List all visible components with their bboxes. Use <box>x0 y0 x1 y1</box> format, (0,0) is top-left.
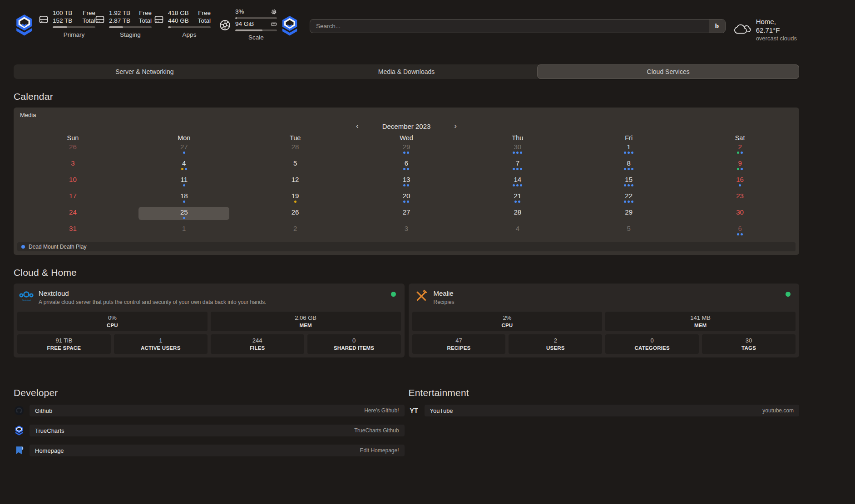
service-name[interactable]: Mealie <box>434 289 455 298</box>
event-dot <box>631 201 633 203</box>
section-title-cloud-home: Cloud & Home <box>14 267 799 278</box>
weekday-fri: Fri <box>573 134 684 142</box>
calendar-day-13: 13 <box>351 174 462 191</box>
bookmark-group-developer: DeveloperGithubHere's Github!TrueChartsT… <box>14 357 405 465</box>
event-dot <box>737 233 739 235</box>
calendar-day-25: 25 <box>128 207 240 223</box>
total-label: Total <box>82 17 95 24</box>
gauge-mem: 141 MBMEM <box>605 312 796 331</box>
search-bar: b <box>310 19 726 33</box>
event-dot <box>516 168 519 170</box>
event-dot <box>183 217 185 219</box>
event-dot <box>21 245 25 249</box>
calendar-day-14: 14 <box>462 174 573 191</box>
weekday-mon: Mon <box>128 134 240 142</box>
calendar-day-30: 30 <box>684 207 796 223</box>
resource-widget-apps: 418 GBFree440 GBTotalApps <box>153 9 211 38</box>
event-dot <box>741 168 743 170</box>
calendar-day-6: 6 <box>351 158 462 174</box>
service-card-nextcloud[interactable]: NextcloudNextcloudA private cloud server… <box>14 284 405 357</box>
calendar-day-2: 2 <box>240 223 351 240</box>
resource-widget-staging: 1.92 TBFree2.87 TBTotalStaging <box>94 9 152 38</box>
tab-bar: Server & NetworkingMedia & DownloadsClou… <box>14 64 799 79</box>
calendar-week: 10111213141516 <box>17 174 796 191</box>
kubernetes-icon <box>219 19 231 31</box>
event-dot <box>407 184 409 186</box>
calendar-day-3: 3 <box>17 158 128 174</box>
prev-month-button[interactable]: ‹ <box>354 122 361 130</box>
weather-location-temp: Home, 62.71°F <box>756 17 799 34</box>
stat-files: 244FILES <box>211 334 304 354</box>
weekday-sun: Sun <box>17 134 128 142</box>
stat-categories: 0CATEGORIES <box>605 334 699 354</box>
header: 3% 94 GiB Scale b Home, 62.71°F overcast <box>14 0 799 51</box>
status-dot <box>391 292 396 297</box>
tab-server-networking[interactable]: Server & Networking <box>14 64 276 79</box>
scale-mem-value: 94 GiB <box>235 20 254 28</box>
event-dot <box>403 184 405 186</box>
event-dot <box>628 201 630 203</box>
scale-widget: 3% 94 GiB Scale <box>219 8 277 41</box>
calendar-day-26: 26 <box>17 142 128 158</box>
usage-bar <box>109 26 152 28</box>
service-description: A private cloud server that puts the con… <box>39 299 267 306</box>
calendar-day-2: 2 <box>684 142 796 158</box>
stat-tags: 30TAGS <box>702 334 796 354</box>
event-dot <box>513 168 515 170</box>
section-title-calendar: Calendar <box>14 91 799 102</box>
event-dot <box>183 184 185 186</box>
service-card-mealie[interactable]: MealieRecipies2%CPU141 MBMEM47RECIPES2US… <box>409 284 800 357</box>
calendar-day-24: 24 <box>17 207 128 223</box>
calendar-widget: Media ‹ December 2023 › SunMonTueWedThuF… <box>14 108 799 255</box>
event-dot <box>407 152 409 154</box>
event-dot <box>624 152 626 154</box>
tab-cloud-services[interactable]: Cloud Services <box>537 64 799 79</box>
bookmark-row-github: GithubHere's Github! <box>14 405 405 416</box>
cloud-home-section: Cloud & Home NextcloudNextcloudA private… <box>14 267 799 357</box>
stat-active-users: 1ACTIVE USERS <box>114 334 208 354</box>
free-value: 418 GB <box>168 9 189 17</box>
abbr-icon: YT <box>409 405 420 416</box>
bookmark-link-homepage[interactable]: HomepageEdit Homepage! <box>30 445 405 456</box>
event-dot <box>294 201 297 203</box>
event-dot <box>516 184 519 186</box>
usage-bar <box>53 26 95 28</box>
service-name[interactable]: Nextcloud <box>39 289 267 298</box>
event-dot <box>628 184 630 186</box>
month-nav: ‹ December 2023 › <box>17 122 796 131</box>
bing-search-button[interactable]: b <box>709 20 725 33</box>
calendar-day-9: 9 <box>684 158 796 174</box>
total-label: Total <box>138 17 152 24</box>
github-icon <box>14 405 25 416</box>
bookmark-link-youtube[interactable]: YouTubeyoutube.com <box>425 405 800 416</box>
scale-cpu-value: 3% <box>235 8 244 15</box>
bookmark-link-truecharts[interactable]: TrueChartsTrueCharts Github <box>30 425 405 436</box>
calendar-day-1: 1 <box>573 142 684 158</box>
bookmark-group-entertainment: EntertainmentYTYouTubeyoutube.com <box>409 357 800 465</box>
bookmarks-grid: DeveloperGithubHere's Github!TrueChartsT… <box>14 357 799 465</box>
services-grid: NextcloudNextcloudA private cloud server… <box>14 284 799 357</box>
bookmark-row-homepage: HomepageEdit Homepage! <box>14 445 405 456</box>
homepage-icon <box>14 445 25 456</box>
mealie-icon <box>414 289 429 303</box>
event-dot <box>520 184 522 186</box>
calendar-week: 17181920212223 <box>17 191 796 207</box>
search-input[interactable] <box>310 19 726 33</box>
event-dot <box>185 168 187 170</box>
scale-mem-bar <box>235 29 277 31</box>
next-month-button[interactable]: › <box>452 122 459 130</box>
event-dot <box>516 152 519 154</box>
calendar-day-15: 15 <box>573 174 684 191</box>
tab-media-downloads[interactable]: Media & Downloads <box>276 64 538 79</box>
calendar-day-23: 23 <box>684 191 796 207</box>
month-title: December 2023 <box>382 122 431 130</box>
event-dot <box>403 201 405 203</box>
event-dot <box>407 168 409 170</box>
calendar-day-6: 6 <box>684 223 796 240</box>
calendar-day-19: 19 <box>240 191 351 207</box>
bookmark-link-github[interactable]: GithubHere's Github! <box>30 405 405 416</box>
calendar-day-21: 21 <box>462 191 573 207</box>
calendar-section: Calendar Media ‹ December 2023 › SunMonT… <box>14 91 799 255</box>
stat-recipes: 47RECIPES <box>412 334 506 354</box>
stat-users: 2USERS <box>509 334 602 354</box>
